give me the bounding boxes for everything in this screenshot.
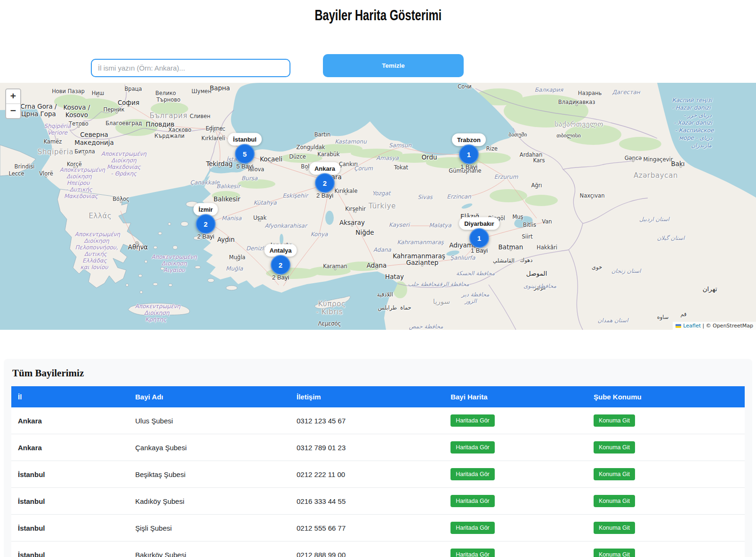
haritada-gor-button[interactable]: Haritada Gör xyxy=(450,441,495,454)
cell-il: Ankara xyxy=(11,434,129,461)
table-row: İstanbulŞişli Şubesi0212 555 66 77Harita… xyxy=(11,515,745,541)
cell-bayi-harita: Haritada Gör xyxy=(444,515,587,541)
cell-sube-konumu: Konuma Git xyxy=(587,407,745,434)
cell-iletisim: 0212 222 11 00 xyxy=(290,461,444,488)
table-row: İstanbulKadıköy Şubesi0216 333 44 55Hari… xyxy=(11,488,745,515)
cell-bayi-adi: Bakırköy Şubesi xyxy=(129,541,290,557)
cell-il: Ankara xyxy=(11,407,129,434)
cell-bayi-adi: Kadıköy Şubesi xyxy=(129,488,290,515)
table-row: AnkaraÇankaya Şubesi0312 789 01 23Harita… xyxy=(11,434,745,461)
dealers-table: İlBayi AdıİletişimBayi HaritaŞube Konumu… xyxy=(11,386,745,557)
konuma-git-button[interactable]: Konuma Git xyxy=(594,414,635,427)
dealers-panel: Tüm Bayilerimiz İlBayi AdıİletişimBayi H… xyxy=(4,359,752,557)
cell-il: İstanbul xyxy=(11,515,129,541)
cell-bayi-adi: Beşiktaş Şubesi xyxy=(129,461,290,488)
marker-cluster-circle[interactable]: 2 xyxy=(315,173,335,193)
search-controls: Temizle xyxy=(91,54,756,77)
cell-bayi-adi: Şişli Şubesi xyxy=(129,515,290,541)
marker-cluster-circle[interactable]: 1 xyxy=(459,144,479,164)
section-heading: Tüm Bayilerimiz xyxy=(12,367,745,379)
cell-bayi-adi: Çankaya Şubesi xyxy=(129,434,290,461)
haritada-gor-button[interactable]: Haritada Gör xyxy=(450,468,495,480)
cell-il: İstanbul xyxy=(11,461,129,488)
cell-bayi-harita: Haritada Gör xyxy=(444,488,587,515)
zoom-in-button[interactable]: + xyxy=(6,89,20,103)
column-header-1: Bayi Adı xyxy=(129,386,290,407)
cell-sube-konumu: Konuma Git xyxy=(587,461,745,488)
marker-cluster-circle[interactable]: 1 xyxy=(469,228,489,248)
attribution-separator: | xyxy=(701,323,706,329)
table-row: İstanbulBeşiktaş Şubesi0212 222 11 00Har… xyxy=(11,461,745,488)
konuma-git-button[interactable]: Konuma Git xyxy=(594,468,635,480)
cell-bayi-harita: Haritada Gör xyxy=(444,434,587,461)
konuma-git-button[interactable]: Konuma Git xyxy=(594,495,635,507)
zoom-out-button[interactable]: − xyxy=(6,103,20,118)
table-row: İstanbulBakırköy Şubesi0212 888 99 00Har… xyxy=(11,541,745,557)
table-header-row: İlBayi AdıİletişimBayi HaritaŞube Konumu xyxy=(11,386,745,407)
marker-count-label: 1 Bayi xyxy=(460,163,477,170)
ukraine-flag-icon xyxy=(676,324,681,328)
marker-count-label: 2 Bayi xyxy=(197,233,214,240)
cell-bayi-harita: Haritada Gör xyxy=(444,461,587,488)
search-input[interactable] xyxy=(91,59,290,77)
dealer-map[interactable]: Нови ПазарНишВрацаСофияПерникKosova /Kos… xyxy=(0,83,756,330)
cell-iletisim: 0312 123 45 67 xyxy=(290,407,444,434)
cell-sube-konumu: Konuma Git xyxy=(587,488,745,515)
cell-sube-konumu: Konuma Git xyxy=(587,515,745,541)
cell-iletisim: 0216 333 44 55 xyxy=(290,488,444,515)
map-markers-layer: İstanbul55 BayiTrabzon11 BayiAnkara22 Ba… xyxy=(0,83,756,330)
marker-cluster-circle[interactable]: 2 xyxy=(271,255,290,275)
marker-cluster-circle[interactable]: 5 xyxy=(235,144,255,164)
table-row: AnkaraUlus Şubesi0312 123 45 67Haritada … xyxy=(11,407,745,434)
column-header-3: Bayi Harita xyxy=(444,386,587,407)
page-title: Bayiler Harita Gösterimi xyxy=(0,7,756,24)
haritada-gor-button[interactable]: Haritada Gör xyxy=(450,495,495,507)
column-header-0: İl xyxy=(11,386,129,407)
konuma-git-button[interactable]: Konuma Git xyxy=(594,441,635,454)
marker-count-label: 1 Bayi xyxy=(471,247,488,254)
map-attribution: Leaflet | © OpenStreetMap xyxy=(673,322,756,330)
cell-bayi-harita: Haritada Gör xyxy=(444,407,587,434)
cell-il: İstanbul xyxy=(11,488,129,515)
haritada-gor-button[interactable]: Haritada Gör xyxy=(450,414,495,427)
leaflet-link[interactable]: Leaflet xyxy=(683,323,700,329)
cell-sube-konumu: Konuma Git xyxy=(587,434,745,461)
konuma-git-button[interactable]: Konuma Git xyxy=(594,522,635,534)
clear-button[interactable]: Temizle xyxy=(323,54,464,77)
osm-attribution: © OpenStreetMap xyxy=(706,323,753,329)
cell-bayi-harita: Haritada Gör xyxy=(444,541,587,557)
cell-iletisim: 0212 555 66 77 xyxy=(290,515,444,541)
column-header-2: İletişim xyxy=(290,386,444,407)
konuma-git-button[interactable]: Konuma Git xyxy=(594,549,635,557)
haritada-gor-button[interactable]: Haritada Gör xyxy=(450,549,495,557)
cell-sube-konumu: Konuma Git xyxy=(587,541,745,557)
marker-count-label: 5 Bayi xyxy=(236,163,253,170)
cell-bayi-adi: Ulus Şubesi xyxy=(129,407,290,434)
map-zoom-control: + − xyxy=(5,88,21,119)
haritada-gor-button[interactable]: Haritada Gör xyxy=(450,522,495,534)
marker-count-label: 2 Bayi xyxy=(316,192,333,199)
cell-iletisim: 0312 789 01 23 xyxy=(290,434,444,461)
cell-il: İstanbul xyxy=(11,541,129,557)
cell-iletisim: 0212 888 99 00 xyxy=(290,541,444,557)
marker-count-label: 2 Bayi xyxy=(272,274,289,281)
marker-cluster-circle[interactable]: 2 xyxy=(196,214,216,234)
column-header-4: Şube Konumu xyxy=(587,386,745,407)
